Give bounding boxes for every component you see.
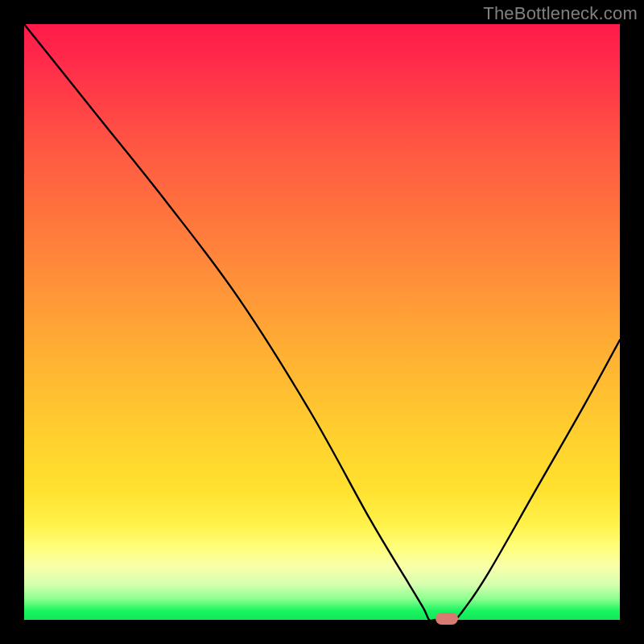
plot-area [24,24,620,620]
chart-frame: TheBottleneck.com [0,0,644,644]
watermark-text: TheBottleneck.com [483,3,638,24]
optimal-marker [436,613,458,625]
bottleneck-curve [24,24,620,620]
